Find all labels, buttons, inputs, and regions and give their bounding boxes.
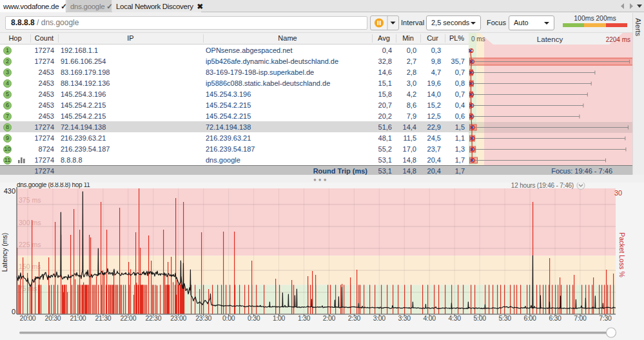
svg-text:300 ms: 300 ms — [19, 219, 41, 226]
svg-text:Packet Loss %: Packet Loss % — [618, 232, 626, 277]
svg-text:200ms: 200ms — [596, 14, 616, 22]
svg-text:30: 30 — [614, 189, 622, 197]
svg-text:2:30: 2:30 — [348, 314, 361, 322]
svg-text:3:30: 3:30 — [398, 314, 411, 322]
svg-text:4:30: 4:30 — [449, 314, 462, 322]
svg-text:Latency (ms): Latency (ms) — [1, 233, 8, 272]
svg-text:225 ms: 225 ms — [19, 241, 41, 248]
svg-text:22:30: 22:30 — [145, 314, 161, 322]
svg-text:7:00: 7:00 — [574, 314, 587, 322]
svg-text:3:00: 3:00 — [373, 314, 386, 322]
svg-text:0 ms: 0 ms — [471, 35, 485, 43]
svg-text:21:00: 21:00 — [70, 314, 86, 322]
svg-text:1:00: 1:00 — [273, 314, 286, 322]
svg-text:Latency: Latency — [537, 35, 563, 43]
svg-text:430: 430 — [4, 187, 15, 195]
svg-text:23:00: 23:00 — [170, 314, 186, 322]
svg-text:75 ms: 75 ms — [19, 285, 37, 292]
svg-text:4:00: 4:00 — [424, 314, 436, 322]
svg-text:12 hours (19:46 - 7:46): 12 hours (19:46 - 7:46) — [511, 183, 574, 189]
svg-text:5:30: 5:30 — [498, 314, 511, 322]
svg-text:22:00: 22:00 — [120, 314, 136, 322]
svg-text:7:30: 7:30 — [599, 314, 612, 322]
svg-text:21:30: 21:30 — [95, 314, 112, 322]
svg-text:23:30: 23:30 — [195, 314, 211, 322]
svg-text:20:30: 20:30 — [45, 314, 61, 322]
svg-text:0:30: 0:30 — [248, 314, 260, 322]
svg-text:0: 0 — [12, 308, 15, 315]
svg-text:6:30: 6:30 — [549, 314, 561, 322]
svg-text:150 ms: 150 ms — [19, 263, 41, 270]
svg-text:5:00: 5:00 — [473, 314, 486, 322]
svg-text:2:00: 2:00 — [323, 314, 336, 322]
svg-text:6:00: 6:00 — [523, 314, 536, 322]
svg-text:20:00: 20:00 — [20, 314, 36, 322]
svg-text:dns.google (8.8.8.8) hop 11: dns.google (8.8.8.8) hop 11 — [17, 183, 90, 188]
svg-text:2204 ms: 2204 ms — [606, 36, 630, 43]
svg-text:100ms: 100ms — [574, 14, 594, 22]
svg-text:1:30: 1:30 — [298, 314, 311, 322]
svg-text:0:00: 0:00 — [222, 314, 235, 322]
svg-text:375 ms: 375 ms — [19, 196, 41, 204]
